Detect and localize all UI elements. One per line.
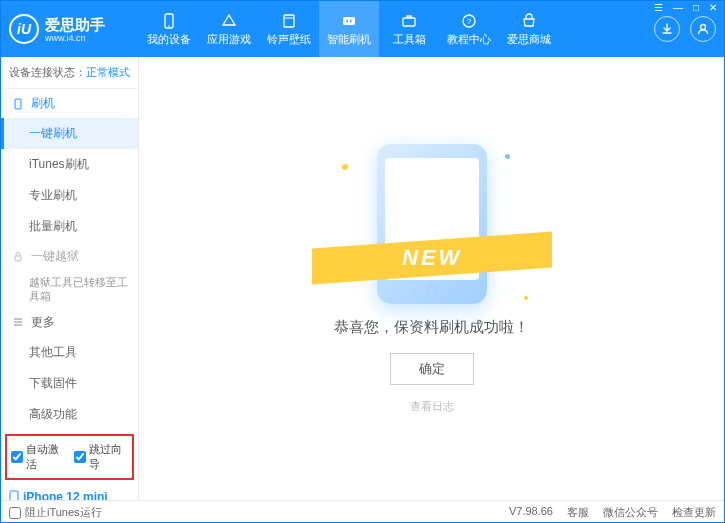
sidebar-item-advanced[interactable]: 高级功能 bbox=[1, 399, 138, 430]
close-icon[interactable]: ✕ bbox=[707, 2, 719, 13]
logo-icon: iU bbox=[9, 14, 39, 44]
svg-point-1 bbox=[168, 25, 170, 27]
window-controls: ☰ — □ ✕ bbox=[652, 2, 719, 13]
toolbox-icon bbox=[400, 12, 418, 30]
new-ribbon: NEW bbox=[312, 231, 552, 284]
success-illustration: NEW bbox=[332, 144, 532, 304]
tab-my-device[interactable]: 我的设备 bbox=[139, 1, 199, 57]
flash-icon bbox=[340, 12, 358, 30]
tab-label: 我的设备 bbox=[147, 32, 191, 47]
tab-label: 工具箱 bbox=[393, 32, 426, 47]
tab-label: 教程中心 bbox=[447, 32, 491, 47]
option-checks-highlight: 自动激活 跳过向导 bbox=[5, 434, 134, 480]
tab-tutorial[interactable]: ? 教程中心 bbox=[439, 1, 499, 57]
tab-flash[interactable]: 智能刷机 bbox=[319, 1, 379, 57]
tab-ringtone[interactable]: 铃声壁纸 bbox=[259, 1, 319, 57]
tab-label: 爱思商城 bbox=[507, 32, 551, 47]
sidebar-item-batch[interactable]: 批量刷机 bbox=[1, 211, 138, 242]
sidebar-section-flash[interactable]: 刷机 bbox=[1, 89, 138, 118]
block-itunes-check[interactable]: 阻止iTunes运行 bbox=[9, 505, 102, 520]
menu-icon[interactable]: ☰ bbox=[652, 2, 665, 13]
nav-tabs: 我的设备 应用游戏 铃声壁纸 智能刷机 工具箱 ? 教程中心 爱思商城 bbox=[139, 1, 654, 57]
connection-mode: 正常模式 bbox=[86, 66, 130, 78]
check-skip-guide[interactable]: 跳过向导 bbox=[74, 442, 129, 472]
svg-point-7 bbox=[701, 25, 706, 30]
store-icon bbox=[520, 12, 538, 30]
apps-icon bbox=[220, 12, 238, 30]
main-content: NEW 恭喜您，保资料刷机成功啦！ 确定 查看日志 bbox=[139, 57, 724, 500]
sidebar-section-more[interactable]: 更多 bbox=[1, 308, 138, 337]
minimize-icon[interactable]: — bbox=[671, 2, 685, 13]
check-skip-guide-input[interactable] bbox=[74, 451, 86, 463]
list-icon bbox=[11, 315, 25, 329]
sidebar-section-jailbreak: 一键越狱 bbox=[1, 242, 138, 271]
sidebar-item-download-fw[interactable]: 下载固件 bbox=[1, 368, 138, 399]
tab-store[interactable]: 爱思商城 bbox=[499, 1, 559, 57]
maximize-icon[interactable]: □ bbox=[691, 2, 701, 13]
success-message: 恭喜您，保资料刷机成功啦！ bbox=[334, 318, 529, 337]
tab-apps[interactable]: 应用游戏 bbox=[199, 1, 259, 57]
logo[interactable]: iU 爱思助手 www.i4.cn bbox=[9, 14, 139, 44]
sidebar-item-pro[interactable]: 专业刷机 bbox=[1, 180, 138, 211]
svg-rect-10 bbox=[10, 491, 18, 500]
svg-rect-9 bbox=[15, 256, 21, 261]
download-button[interactable] bbox=[654, 16, 680, 42]
svg-rect-3 bbox=[343, 17, 355, 25]
phone-icon bbox=[160, 12, 178, 30]
sidebar-item-oneclick[interactable]: 一键刷机 bbox=[1, 118, 138, 149]
block-itunes-input[interactable] bbox=[9, 507, 21, 519]
sidebar: 设备连接状态：正常模式 刷机 一键刷机 iTunes刷机 专业刷机 批量刷机 一… bbox=[1, 57, 139, 500]
svg-rect-4 bbox=[403, 18, 415, 26]
app-header: iU 爱思助手 www.i4.cn 我的设备 应用游戏 铃声壁纸 智能刷机 工具… bbox=[1, 1, 724, 57]
wallpaper-icon bbox=[280, 12, 298, 30]
lock-icon bbox=[11, 250, 25, 264]
device-block[interactable]: iPhone 12 mini 64GB Down-12mini-13,1 bbox=[1, 484, 138, 500]
footer: 阻止iTunes运行 V7.98.66 客服 微信公众号 检查更新 bbox=[1, 500, 724, 523]
sidebar-item-itunes[interactable]: iTunes刷机 bbox=[1, 149, 138, 180]
ok-button[interactable]: 确定 bbox=[390, 353, 474, 385]
jailbreak-note: 越狱工具已转移至工具箱 bbox=[1, 271, 138, 308]
footer-customer-service[interactable]: 客服 bbox=[567, 505, 589, 520]
app-url: www.i4.cn bbox=[45, 33, 105, 43]
tab-label: 铃声壁纸 bbox=[267, 32, 311, 47]
connection-status: 设备连接状态：正常模式 bbox=[1, 57, 138, 89]
phone-icon bbox=[9, 490, 19, 500]
svg-text:?: ? bbox=[467, 17, 472, 26]
phone-icon bbox=[11, 97, 25, 111]
svg-rect-2 bbox=[284, 15, 294, 27]
check-auto-activate[interactable]: 自动激活 bbox=[11, 442, 66, 472]
help-icon: ? bbox=[460, 12, 478, 30]
user-button[interactable] bbox=[690, 16, 716, 42]
app-name: 爱思助手 bbox=[45, 16, 105, 33]
tab-label: 智能刷机 bbox=[327, 32, 371, 47]
check-auto-activate-input[interactable] bbox=[11, 451, 23, 463]
footer-wechat[interactable]: 微信公众号 bbox=[603, 505, 658, 520]
tab-toolbox[interactable]: 工具箱 bbox=[379, 1, 439, 57]
tab-label: 应用游戏 bbox=[207, 32, 251, 47]
device-name: iPhone 12 mini bbox=[9, 490, 130, 500]
svg-rect-8 bbox=[15, 99, 21, 109]
phone-graphic bbox=[377, 144, 487, 304]
version-label: V7.98.66 bbox=[509, 505, 553, 520]
footer-check-update[interactable]: 检查更新 bbox=[672, 505, 716, 520]
sidebar-item-other-tools[interactable]: 其他工具 bbox=[1, 337, 138, 368]
view-log-link[interactable]: 查看日志 bbox=[410, 399, 454, 414]
